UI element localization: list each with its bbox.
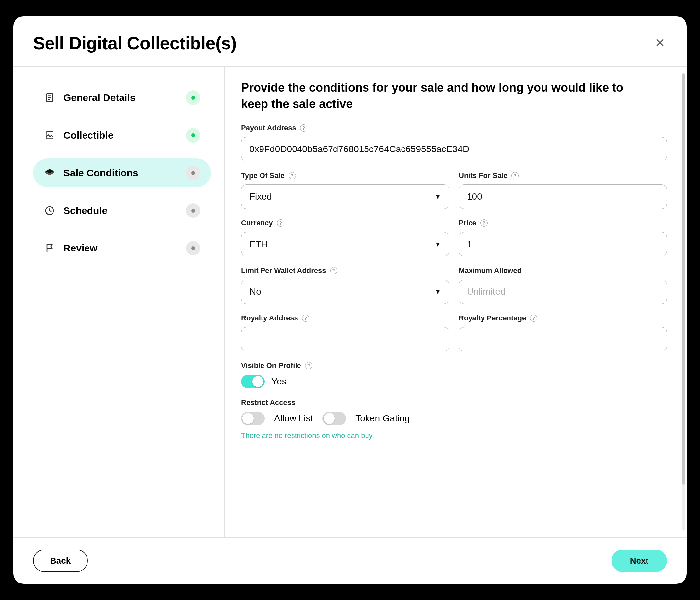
- modal-header: Sell Digital Collectible(s): [13, 16, 687, 67]
- restrict-access-label: Restrict Access: [241, 398, 295, 407]
- currency-label: Currency: [241, 219, 273, 227]
- chevron-down-icon: ▼: [434, 193, 441, 201]
- field-price: Price ?: [459, 219, 667, 256]
- svg-rect-6: [46, 132, 53, 139]
- maximum-allowed-label: Maximum Allowed: [459, 266, 522, 275]
- royalty-percentage-label: Royalty Percentage: [459, 314, 526, 322]
- step-status-pending: [186, 241, 200, 256]
- close-button[interactable]: [653, 34, 667, 51]
- step-status-done: [186, 90, 200, 105]
- units-for-sale-input[interactable]: [459, 184, 667, 209]
- scrollbar[interactable]: [682, 73, 685, 531]
- limit-per-wallet-label: Limit Per Wallet Address: [241, 266, 326, 275]
- step-label: Sale Conditions: [64, 167, 139, 179]
- step-label: General Details: [64, 92, 135, 103]
- payout-address-label: Payout Address: [241, 124, 296, 132]
- layers-icon: [44, 167, 55, 179]
- step-label: Review: [64, 242, 97, 254]
- units-for-sale-label: Units For Sale: [459, 171, 507, 180]
- field-limit-per-wallet: Limit Per Wallet Address ? No ▼: [241, 266, 449, 304]
- step-status-pending: [186, 203, 200, 218]
- step-label: Schedule: [64, 205, 107, 216]
- next-button[interactable]: Next: [611, 549, 667, 572]
- price-label: Price: [459, 219, 476, 227]
- visible-on-profile-label: Visible On Profile: [241, 361, 301, 370]
- back-button[interactable]: Back: [33, 549, 88, 572]
- payout-address-input[interactable]: [241, 137, 667, 161]
- royalty-percentage-input[interactable]: [459, 327, 667, 351]
- step-status-done: [186, 128, 200, 142]
- step-review[interactable]: Review: [33, 234, 211, 263]
- close-icon: [655, 37, 665, 48]
- token-gating-toggle[interactable]: [322, 412, 346, 425]
- document-icon: [44, 92, 55, 104]
- step-label: Collectible: [64, 130, 114, 141]
- help-icon[interactable]: ?: [305, 362, 312, 369]
- token-gating-label: Token Gating: [355, 413, 410, 424]
- field-restrict-access: Restrict Access Allow List Token Gating …: [241, 398, 667, 440]
- step-schedule[interactable]: Schedule: [33, 196, 211, 225]
- field-maximum-allowed: Maximum Allowed: [459, 266, 667, 304]
- modal-footer: Back Next: [13, 537, 687, 584]
- sell-modal: Sell Digital Collectible(s) General Deta…: [13, 16, 687, 584]
- allow-list-toggle[interactable]: [241, 412, 265, 425]
- help-icon[interactable]: ?: [511, 172, 519, 179]
- form-main: Provide the conditions for your sale and…: [225, 67, 687, 537]
- modal-title: Sell Digital Collectible(s): [33, 33, 237, 53]
- chevron-down-icon: ▼: [434, 241, 441, 248]
- help-icon[interactable]: ?: [289, 172, 296, 179]
- help-icon[interactable]: ?: [302, 315, 309, 322]
- restrict-access-hint: There are no restrictions on who can buy…: [241, 432, 667, 440]
- field-royalty-percentage: Royalty Percentage ?: [459, 314, 667, 351]
- step-sale-conditions[interactable]: Sale Conditions: [33, 158, 211, 187]
- allow-list-label: Allow List: [274, 413, 313, 424]
- flag-icon: [44, 242, 55, 254]
- limit-per-wallet-select[interactable]: No ▼: [241, 280, 449, 304]
- visible-toggle-label: Yes: [271, 376, 286, 387]
- royalty-address-input[interactable]: [241, 327, 449, 351]
- help-icon[interactable]: ?: [330, 267, 338, 274]
- help-icon[interactable]: ?: [530, 315, 537, 322]
- chevron-down-icon: ▼: [434, 288, 441, 296]
- help-icon[interactable]: ?: [300, 124, 307, 132]
- image-icon: [44, 129, 55, 141]
- type-of-sale-label: Type Of Sale: [241, 171, 284, 180]
- field-type-of-sale: Type Of Sale ? Fixed ▼: [241, 171, 449, 209]
- type-of-sale-select[interactable]: Fixed ▼: [241, 184, 449, 209]
- help-icon[interactable]: ?: [277, 219, 284, 227]
- field-visible-on-profile: Visible On Profile ? Yes: [241, 361, 667, 388]
- clock-icon: [44, 205, 55, 216]
- step-collectible[interactable]: Collectible: [33, 121, 211, 150]
- section-heading: Provide the conditions for your sale and…: [241, 80, 637, 112]
- field-royalty-address: Royalty Address ?: [241, 314, 449, 351]
- field-units-for-sale: Units For Sale ?: [459, 171, 667, 209]
- step-general-details[interactable]: General Details: [33, 83, 211, 112]
- royalty-address-label: Royalty Address: [241, 314, 298, 322]
- price-input[interactable]: [459, 232, 667, 256]
- currency-select[interactable]: ETH ▼: [241, 232, 449, 256]
- help-icon[interactable]: ?: [480, 219, 488, 227]
- stepper-sidebar: General Details Collectible: [13, 67, 225, 537]
- step-status-pending: [186, 166, 200, 180]
- select-value: ETH: [249, 239, 268, 250]
- maximum-allowed-input: [459, 280, 667, 304]
- field-currency: Currency ? ETH ▼: [241, 219, 449, 256]
- select-value: Fixed: [249, 191, 272, 202]
- modal-body: General Details Collectible: [13, 67, 687, 537]
- field-payout-address: Payout Address ?: [241, 124, 667, 161]
- visible-toggle[interactable]: [241, 374, 265, 388]
- select-value: No: [249, 286, 261, 297]
